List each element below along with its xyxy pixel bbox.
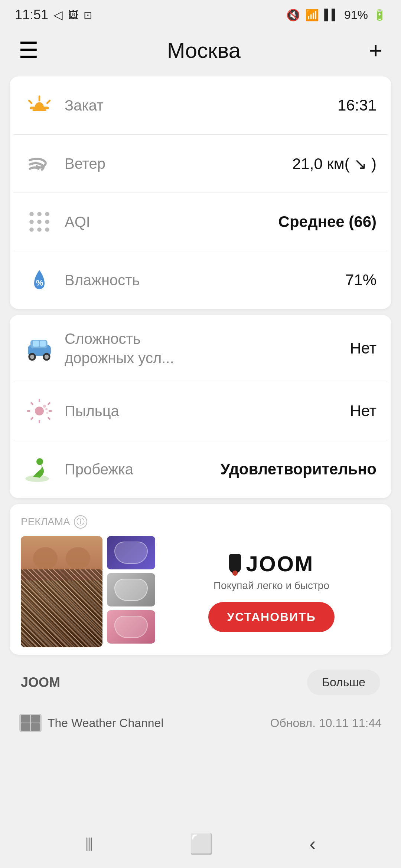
battery-level: 91% (344, 8, 368, 22)
weather-details-card-2: Сложностьдорожных усл... Нет (10, 315, 391, 498)
svg-point-12 (29, 227, 34, 232)
svg-point-33 (43, 405, 46, 408)
time-display: 11:51 (15, 7, 48, 23)
ad-right-panel: JOOM Покупай легко и быстро УСТАНОВИТЬ (163, 536, 380, 647)
top-bar: ☰ Москва + (0, 30, 401, 70)
svg-line-32 (48, 417, 50, 420)
svg-point-35 (46, 412, 48, 414)
run-row: Пробежка Удовлетворительно (13, 440, 388, 498)
ad-card: РЕКЛАМА ⓘ (10, 504, 391, 655)
svg-rect-22 (33, 341, 39, 346)
wc-brand: The Weather Channel (19, 714, 163, 732)
mute-icon: 🔇 (286, 9, 300, 22)
scan-icon: ⊡ (84, 9, 92, 21)
city-title: Москва (167, 38, 241, 63)
wind-row-left: Ветер (25, 149, 105, 178)
run-value: Удовлетворительно (221, 460, 376, 478)
svg-point-5 (35, 102, 43, 111)
svg-line-29 (31, 402, 33, 405)
pollen-value: Нет (350, 402, 376, 420)
sunset-value: 16:31 (338, 96, 376, 114)
joom-logo-row: JOOM (229, 551, 314, 576)
ad-small-image-1 (107, 536, 155, 569)
wc-name: The Weather Channel (48, 716, 163, 730)
sunset-icon (25, 91, 54, 120)
more-button[interactable]: Больше (307, 670, 380, 695)
svg-point-14 (45, 227, 49, 232)
ad-label: РЕКЛАМА ⓘ (21, 515, 380, 529)
wind-row: Ветер 21,0 км( ↘ ) (13, 135, 388, 193)
road-row-left: Сложностьдорожных усл... (25, 329, 174, 368)
sunset-row-left: Закат (25, 91, 103, 120)
sunset-label: Закат (65, 97, 103, 114)
weather-details-card-1: Закат 16:31 Ветер 21,0 км( ↘ ) (10, 76, 391, 309)
location-icon: ◁ (53, 8, 63, 22)
pollen-icon (25, 396, 54, 426)
humidity-row: % Влажность 71% (13, 251, 388, 309)
humidity-label: Влажность (65, 272, 140, 289)
image-icon: 🖼 (68, 9, 78, 21)
joom-j-logo (229, 554, 241, 573)
joom-subtitle: Покупай легко и быстро (213, 580, 329, 592)
ad-footer: JOOM Больше (10, 661, 391, 699)
ad-main-image (21, 536, 102, 647)
svg-point-10 (37, 220, 42, 224)
add-icon[interactable]: + (369, 37, 382, 63)
run-row-left: Пробежка (25, 454, 133, 484)
svg-text:%: % (36, 278, 43, 287)
humidity-value: 71% (345, 271, 376, 289)
home-icon[interactable]: ⬜ (189, 833, 213, 855)
recents-icon[interactable]: ⦀ (85, 833, 93, 855)
aqi-label: AQI (65, 214, 90, 230)
road-value: Нет (350, 339, 376, 357)
status-right-area: 🔇 📶 ▌▌ 91% 🔋 (286, 8, 386, 22)
signal-icon: ▌▌ (324, 9, 339, 21)
svg-line-30 (48, 402, 50, 405)
aqi-icon (25, 207, 54, 237)
svg-point-9 (29, 220, 34, 224)
weather-channel-footer: The Weather Channel Обновл. 10.11 11:44 (0, 703, 401, 740)
wind-label: Ветер (65, 155, 105, 172)
ad-images (21, 536, 155, 647)
run-icon (25, 454, 54, 484)
svg-point-7 (37, 212, 42, 216)
svg-rect-23 (40, 341, 46, 346)
pollen-row: Пыльца Нет (13, 382, 388, 440)
menu-icon[interactable]: ☰ (19, 37, 39, 63)
svg-line-31 (31, 417, 33, 420)
pollen-label: Пыльца (65, 403, 119, 420)
ad-info-button[interactable]: ⓘ (74, 515, 87, 529)
svg-point-37 (36, 458, 43, 465)
road-label: Сложностьдорожных усл... (65, 329, 174, 368)
svg-point-34 (45, 408, 48, 410)
back-icon[interactable]: ‹ (309, 833, 316, 855)
joom-branding: JOOM Покупай легко и быстро (213, 551, 329, 592)
svg-line-4 (47, 101, 50, 103)
svg-point-11 (45, 220, 49, 224)
wifi-icon: 📶 (305, 9, 319, 22)
status-time-area: 11:51 ◁ 🖼 ⊡ (15, 7, 92, 23)
battery-icon: 🔋 (373, 9, 386, 21)
sunset-row: Закат 16:31 (13, 76, 388, 135)
ad-small-images (107, 536, 155, 647)
ad-app-name: JOOM (21, 675, 60, 690)
svg-point-6 (29, 212, 34, 216)
svg-point-21 (45, 355, 49, 359)
run-label: Пробежка (65, 461, 133, 478)
aqi-row: AQI Среднее (66) (13, 193, 388, 251)
bottom-nav: ⦀ ⬜ ‹ (0, 820, 401, 868)
aqi-value: Среднее (66) (278, 213, 376, 231)
svg-line-3 (29, 101, 32, 103)
svg-point-24 (35, 407, 44, 415)
aqi-row-left: AQI (25, 207, 90, 237)
humidity-row-left: % Влажность (25, 265, 140, 295)
ad-small-image-3 (107, 610, 155, 644)
svg-point-13 (37, 227, 42, 232)
car-icon (25, 333, 54, 363)
ad-small-image-2 (107, 573, 155, 606)
wc-logo (19, 714, 42, 732)
install-button[interactable]: УСТАНОВИТЬ (208, 602, 335, 632)
pollen-row-left: Пыльца (25, 396, 119, 426)
svg-point-8 (45, 212, 49, 216)
road-row: Сложностьдорожных усл... Нет (13, 315, 388, 382)
